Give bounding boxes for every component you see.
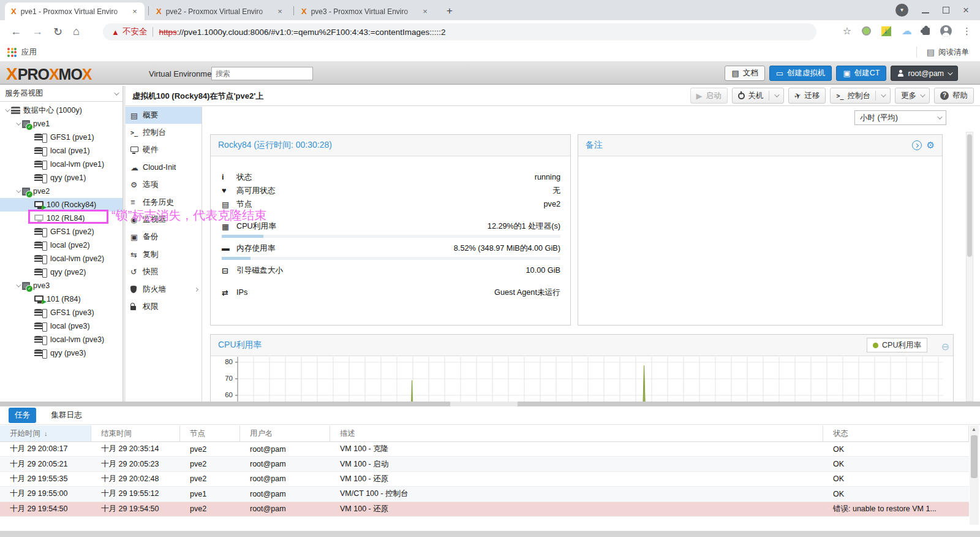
security-warning-label[interactable]: 不安全 xyxy=(123,26,148,37)
browser-menu-icon[interactable]: ⋮ xyxy=(962,26,971,37)
new-tab-button[interactable]: + xyxy=(442,4,457,19)
tree-item[interactable]: GFS1 (pve3) xyxy=(0,306,123,319)
tab-close-icon[interactable]: × xyxy=(420,7,430,17)
security-warning-icon[interactable]: ▲ xyxy=(111,28,119,37)
expand-chevron-icon[interactable] xyxy=(16,188,21,192)
task-row[interactable]: 十月 29 20:08:17十月 29 20:35:14pve2root@pam… xyxy=(0,442,969,457)
period-select[interactable]: 小时 (平均) xyxy=(854,110,946,125)
create-vm-button[interactable]: ▭ 创建虚拟机 xyxy=(769,66,832,81)
gear-icon[interactable]: ⚙ xyxy=(927,140,935,151)
task-row[interactable]: 十月 29 19:54:50十月 29 19:54:50pve2root@pam… xyxy=(0,502,969,517)
column-header-状态[interactable]: 状态 xyxy=(823,425,969,441)
menu-item-概要[interactable]: ▤概要 xyxy=(126,107,202,124)
toolbar-button-迁移[interactable]: ✈迁移 xyxy=(788,88,826,104)
tree-item[interactable]: GFS1 (pve2) xyxy=(0,225,123,238)
address-bar[interactable]: ▲ 不安全 https ://pve1.1000y.cloud:8006/#v1… xyxy=(103,23,816,40)
home-icon[interactable]: ⌂ xyxy=(73,25,80,38)
browser-tab[interactable]: Xpve2 - Proxmox Virtual Enviro× xyxy=(150,2,290,20)
apps-grid-icon[interactable] xyxy=(7,48,17,57)
maximize-button[interactable] xyxy=(943,7,949,13)
column-header-用户名[interactable]: 用户名 xyxy=(240,425,330,441)
task-cell: VM 100 - 克隆 xyxy=(330,442,823,456)
expand-chevron-icon[interactable] xyxy=(16,282,21,287)
reading-list[interactable]: ▤ 阅读清单 xyxy=(916,47,969,58)
task-row[interactable]: 十月 29 19:55:35十月 29 20:02:48pve2root@pam… xyxy=(0,472,969,487)
toolbar-button-帮助[interactable]: ?帮助 xyxy=(934,88,974,104)
extension-green-icon[interactable] xyxy=(862,26,871,36)
tree-item[interactable]: qyy (pve3) xyxy=(0,346,123,360)
apps-label[interactable]: 应用 xyxy=(21,47,37,58)
back-icon[interactable]: ← xyxy=(10,25,21,38)
menu-item-选项[interactable]: ⚙选项 xyxy=(126,177,202,194)
tree-item[interactable]: 101 (R84) xyxy=(0,292,123,306)
firewall-icon xyxy=(130,286,143,293)
tree-item[interactable]: qyy (pve2) xyxy=(0,265,123,279)
toolbar-button-更多[interactable]: 更多 xyxy=(895,88,930,104)
menu-item-权限[interactable]: 权限 xyxy=(126,298,202,315)
minimize-button[interactable] xyxy=(922,12,929,13)
menu-item-备份[interactable]: ▣备份 xyxy=(126,229,202,246)
tree-item[interactable]: local (pve1) xyxy=(0,144,123,158)
expand-chevron-icon[interactable] xyxy=(16,120,21,125)
disk-icon: ⊟ xyxy=(222,266,236,275)
tree-item[interactable]: local (pve3) xyxy=(0,319,123,333)
view-selector[interactable]: 服务器视图 xyxy=(0,86,123,102)
pve-search-input[interactable] xyxy=(211,67,313,80)
tree-item[interactable]: local-lvm (pve3) xyxy=(0,333,123,346)
create-ct-button[interactable]: ▣ 创建CT xyxy=(836,66,886,81)
extension-download-icon[interactable] xyxy=(881,26,891,36)
column-header-描述[interactable]: 描述 xyxy=(330,425,823,441)
forward-icon[interactable]: → xyxy=(32,25,43,38)
collapse-icon[interactable]: ⊖ xyxy=(941,341,949,352)
expand-icon[interactable] xyxy=(912,140,922,150)
docs-button[interactable]: ▤ 文档 xyxy=(725,66,764,81)
user-menu-button[interactable]: root@pam xyxy=(891,66,958,81)
tree-item[interactable]: pve2 xyxy=(0,185,123,198)
tree-item-label: local (pve3) xyxy=(50,322,90,330)
expand-chevron-icon[interactable] xyxy=(5,107,10,112)
tab-close-icon[interactable]: × xyxy=(275,7,285,17)
tree-item[interactable]: local (pve2) xyxy=(0,238,123,252)
chart-legend[interactable]: CPU利用率 xyxy=(867,338,927,352)
menu-item-快照[interactable]: ↺快照 xyxy=(126,264,202,281)
tree-item[interactable]: GFS1 (pve1) xyxy=(0,131,123,144)
menu-item-Cloud-Init[interactable]: ☁Cloud-Init xyxy=(126,159,202,176)
task-row[interactable]: 十月 29 19:55:00十月 29 19:55:12pve1root@pam… xyxy=(0,487,969,501)
tree-item[interactable]: qyy (pve1) xyxy=(0,171,123,185)
tree-item[interactable]: local-lvm (pve2) xyxy=(0,252,123,265)
profile-avatar[interactable] xyxy=(940,25,952,37)
menu-item-复制[interactable]: ⇆复制 xyxy=(126,246,202,263)
toolbar-button-控制台[interactable]: >_控制台 xyxy=(830,88,891,104)
extension-cloud-icon[interactable]: ☁ xyxy=(902,25,912,37)
reload-icon[interactable]: ↻ xyxy=(53,25,62,39)
tab-close-icon[interactable]: × xyxy=(130,7,140,17)
bottom-tab-集群日志[interactable]: 集群日志 xyxy=(45,408,88,423)
tree-item[interactable]: 数据中心 (1000y) xyxy=(0,104,123,117)
column-header-开始时间[interactable]: 开始时间↓ xyxy=(0,425,91,441)
tree-item[interactable]: pve3 xyxy=(0,279,123,292)
close-window-button[interactable]: × xyxy=(963,6,969,15)
tree-item[interactable]: pve1 xyxy=(0,117,123,131)
menu-item-控制台[interactable]: >_控制台 xyxy=(126,124,202,141)
extensions-puzzle-icon[interactable] xyxy=(922,28,930,35)
column-header-结束时间[interactable]: 结束时间 xyxy=(91,425,180,441)
panel-splitter[interactable] xyxy=(0,402,980,406)
tree-item-label: pve2 xyxy=(33,187,50,196)
content-scrollbar[interactable] xyxy=(966,132,973,402)
node-icon xyxy=(22,282,30,290)
scroll-up-icon[interactable]: ▲ xyxy=(971,427,976,432)
table-scrollbar[interactable]: ▲ xyxy=(970,425,979,525)
menu-item-防火墙[interactable]: 防火墙 xyxy=(126,281,202,298)
column-header-节点[interactable]: 节点 xyxy=(180,425,240,441)
bookmark-star-icon[interactable]: ☆ xyxy=(843,25,851,37)
browser-tab[interactable]: Xpve3 - Proxmox Virtual Enviro× xyxy=(295,2,435,20)
task-row[interactable]: 十月 29 20:05:21十月 29 20:05:23pve2root@pam… xyxy=(0,457,969,471)
menu-item-硬件[interactable]: 硬件 xyxy=(126,142,202,159)
browser-update-icon[interactable]: ▼ xyxy=(895,4,908,17)
browser-tab[interactable]: Xpve1 - Proxmox Virtual Enviro× xyxy=(5,2,145,20)
bottom-tab-任务[interactable]: 任务 xyxy=(9,408,36,423)
toolbar-button-关机[interactable]: 关机 xyxy=(732,88,784,104)
submenu-arrow-icon xyxy=(194,288,198,292)
toolbar-button-启动[interactable]: ▶启动 xyxy=(690,88,728,104)
tree-item[interactable]: local-lvm (pve1) xyxy=(0,158,123,171)
